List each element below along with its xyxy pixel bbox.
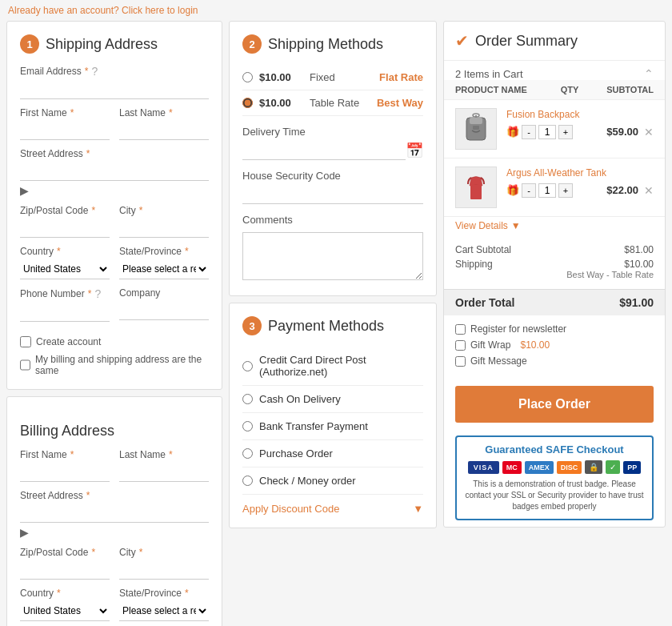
order-summary-title: Order Summary	[475, 33, 578, 50]
register-newsletter-group: Register for newsletter	[455, 323, 654, 335]
gift-icon-tank[interactable]: 🎁	[506, 184, 519, 196]
shipping-method-table: Best Way	[377, 97, 423, 109]
first-name-group: First Name *	[20, 107, 110, 140]
billing-street-input[interactable]	[20, 504, 209, 523]
gift-message-checkbox[interactable]	[455, 356, 466, 367]
geolocation-icon[interactable]: ▶	[20, 184, 29, 197]
shipping-first-name-input[interactable]	[20, 121, 110, 140]
top-bar: Already have an account? Click here to l…	[0, 0, 672, 21]
create-account-checkbox-group: Create account	[20, 336, 209, 347]
order-total-row: Order Total $91.00	[444, 289, 665, 315]
billing-same-label[interactable]: My billing and shipping address are the …	[35, 354, 209, 376]
gift-message-group: Gift Message	[455, 355, 654, 367]
street-group: Street Address * ▶	[20, 148, 209, 197]
billing-first-name-input[interactable]	[20, 463, 110, 482]
email-help-icon[interactable]: ?	[91, 65, 98, 78]
qty-input-tank[interactable]	[538, 183, 556, 198]
billing-same-checkbox[interactable]	[20, 359, 30, 371]
shipping-radio-table[interactable]	[242, 98, 253, 108]
shipping-method-flat: Flat Rate	[379, 71, 423, 83]
login-link[interactable]: Already have an account? Click here to l…	[8, 5, 198, 16]
shipping-label: Shipping	[455, 259, 493, 270]
shipping-city-input[interactable]	[119, 219, 209, 238]
register-newsletter-label: Register for newsletter	[470, 323, 566, 335]
shipping-radio-flat[interactable]	[242, 72, 253, 82]
item-remove-backpack[interactable]: ✕	[644, 126, 654, 138]
order-check-icon: ✔	[455, 31, 469, 50]
billing-state-select[interactable]: Please select a regic	[119, 601, 209, 621]
billing-country-select[interactable]: United States	[20, 601, 110, 621]
gift-wrap-checkbox[interactable]	[455, 340, 466, 351]
qty-input-backpack[interactable]	[538, 125, 556, 139]
billing-city-input[interactable]	[119, 560, 209, 580]
middle-column: 2 Shipping Methods $10.00 Fixed Flat Rat…	[229, 21, 437, 626]
left-column: 1 Shipping Address Email Address * ? Fir…	[6, 21, 222, 626]
discover-icon: DISC	[557, 461, 582, 474]
shipping-company-input[interactable]	[119, 301, 209, 320]
shipping-state-select[interactable]: Please select a regic	[119, 259, 209, 279]
billing-last-name-input[interactable]	[119, 463, 209, 482]
discount-chevron-icon: ▼	[413, 503, 423, 515]
view-details-link[interactable]: View Details ▼	[444, 217, 665, 238]
discount-row[interactable]: Apply Discount Code ▼	[242, 495, 423, 515]
zip-city-row: Zip/Postal Code * City *	[20, 205, 209, 246]
billing-zip-input[interactable]	[20, 560, 110, 580]
shipping-address-section: 1 Shipping Address Email Address * ? Fir…	[6, 21, 222, 390]
calendar-icon[interactable]: 📅	[406, 142, 423, 159]
shipping-method-label: Best Way - Table Rate	[566, 270, 654, 279]
delivery-time-input[interactable]	[242, 141, 406, 160]
order-total-label: Order Total	[455, 296, 514, 309]
qty-decrease-backpack[interactable]: -	[522, 125, 536, 139]
item-name-tank: Argus All-Weather Tank	[506, 167, 654, 180]
shipping-country-select[interactable]: United States	[20, 259, 110, 279]
phone-help-icon[interactable]: ?	[94, 287, 101, 300]
collapse-icon[interactable]: ⌃	[644, 67, 654, 80]
place-order-button[interactable]: Place Order	[455, 386, 654, 423]
qty-decrease-tank[interactable]: -	[522, 183, 536, 198]
gift-icon-backpack[interactable]: 🎁	[506, 126, 519, 138]
visa-icon: VISA	[468, 461, 499, 474]
step-badge-1: 1	[20, 34, 39, 54]
payment-radio-cc[interactable]	[242, 361, 253, 371]
col-subtotal-label: SUBTOTAL	[598, 85, 654, 94]
discount-label: Apply Discount Code	[242, 503, 339, 515]
name-row: First Name * Last Name *	[20, 107, 209, 148]
payment-methods-section: 3 Payment Methods Credit Card Direct Pos…	[229, 303, 437, 528]
shipping-address-title: 1 Shipping Address	[20, 34, 209, 54]
create-account-checkbox[interactable]	[20, 336, 31, 347]
gift-wrap-price-val: $10.00	[520, 339, 550, 351]
qty-increase-tank[interactable]: +	[558, 183, 573, 198]
email-input[interactable]	[20, 80, 209, 99]
create-account-label[interactable]: Create account	[36, 336, 101, 347]
comments-label: Comments	[242, 214, 423, 226]
payment-radio-cod[interactable]	[242, 394, 253, 404]
item-controls-tank: 🎁 - + $22.00 ✕	[506, 183, 654, 198]
last-name-group: Last Name *	[119, 107, 209, 140]
trust-badge: Guaranteed SAFE Checkout VISA MC AMEX DI…	[455, 435, 654, 520]
billing-geo-icon[interactable]: ▶	[20, 526, 29, 539]
email-label: Email Address * ?	[20, 65, 209, 78]
shipping-name-table: Table Rate	[310, 97, 370, 109]
table-row: Fusion Backpack 🎁 - + $59.00 ✕	[444, 100, 665, 159]
summary-totals: Cart Subtotal $81.00 Shipping $10.00 Bes…	[444, 238, 665, 289]
house-code-label: House Security Code	[242, 170, 423, 182]
svg-rect-5	[470, 185, 482, 199]
qty-increase-backpack[interactable]: +	[558, 125, 573, 139]
house-code-input[interactable]	[242, 185, 423, 204]
shipping-zip-input[interactable]	[20, 219, 110, 238]
shipping-phone-input[interactable]	[20, 303, 110, 322]
item-remove-tank[interactable]: ✕	[644, 184, 654, 197]
chevron-down-icon: ▼	[511, 220, 521, 231]
payment-radio-check[interactable]	[242, 476, 253, 486]
amex-icon: AMEX	[525, 461, 554, 474]
register-newsletter-checkbox[interactable]	[455, 324, 466, 335]
shipping-last-name-input[interactable]	[119, 121, 209, 140]
col-qty-label: QTY	[542, 85, 598, 94]
lock-icon: 🔒	[585, 460, 602, 474]
shipping-price-table: $10.00	[259, 97, 303, 109]
gift-message-label: Gift Message	[470, 355, 527, 367]
payment-radio-bank[interactable]	[242, 421, 253, 431]
shipping-street-input[interactable]	[20, 162, 209, 181]
payment-radio-po[interactable]	[242, 448, 253, 459]
comments-textarea[interactable]	[242, 232, 423, 280]
